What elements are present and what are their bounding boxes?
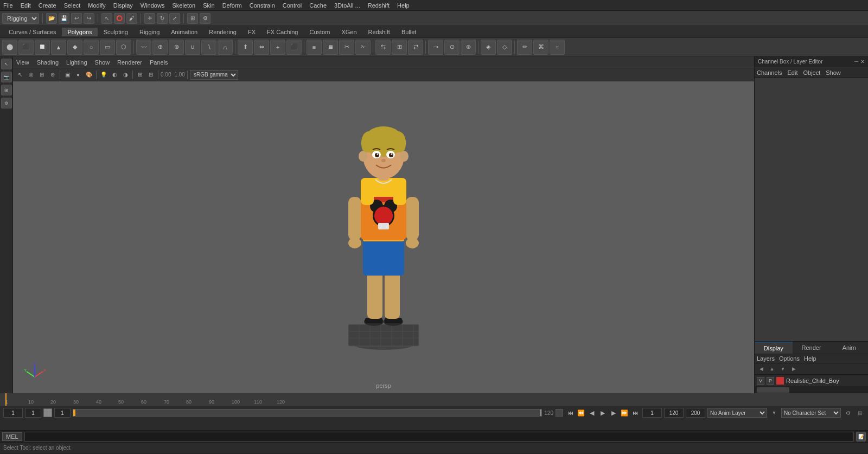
tab-redshift[interactable]: Redshift <box>363 28 395 36</box>
vt-select[interactable]: ↖ <box>15 70 25 80</box>
menu-modify[interactable]: Modify <box>88 2 105 9</box>
start-frame-input[interactable] <box>25 408 41 418</box>
redo-button[interactable]: ↪ <box>84 13 94 24</box>
menu-edit[interactable]: Edit <box>21 2 31 9</box>
tab-polygons[interactable]: Polygons <box>62 28 97 36</box>
cb-menu-edit[interactable]: Edit <box>787 69 797 76</box>
left-tb-camera[interactable]: 📷 <box>1 72 12 82</box>
menu-skin[interactable]: Skin <box>203 2 214 9</box>
char-set-btn2[interactable]: ⊞ <box>855 408 865 418</box>
vt-snap[interactable]: ⊞ <box>37 70 47 80</box>
layer-scrollbar-thumb[interactable] <box>757 387 789 393</box>
save-file-button[interactable]: 💾 <box>59 13 69 24</box>
menu-deform[interactable]: Deform <box>222 2 242 9</box>
menu-create[interactable]: Create <box>39 2 56 9</box>
shelf-offset-edgeloop[interactable]: ≣ <box>323 40 338 55</box>
open-file-button[interactable]: 📂 <box>46 13 57 24</box>
tab-rigging[interactable]: Rigging <box>134 28 165 36</box>
layer-color-swatch[interactable] <box>776 377 784 385</box>
shelf-symmetrize[interactable]: ⇄ <box>408 40 423 55</box>
play-button[interactable]: ▶ <box>598 408 608 418</box>
viewport-menu-panels[interactable]: Panels <box>150 59 168 66</box>
prev-frame-button[interactable]: ◀ <box>587 408 597 418</box>
layer-scrollbar[interactable] <box>755 387 868 393</box>
shelf-duplicate-special[interactable]: ⊞ <box>392 40 407 55</box>
menu-skeleton[interactable]: Skeleton <box>172 2 195 9</box>
menu-redshift[interactable]: Redshift <box>368 2 390 9</box>
snap-settings[interactable]: ⚙ <box>200 13 210 24</box>
menu-3dto-all[interactable]: 3DtoAll ... <box>334 2 360 9</box>
shelf-separate[interactable]: ⊗ <box>169 40 184 55</box>
layer-nav-next[interactable]: ▶ <box>789 365 798 373</box>
menu-display[interactable]: Display <box>113 2 133 9</box>
anim-layer-select[interactable]: No Anim Layer <box>707 408 767 418</box>
tab-curves-surfaces[interactable]: Curves / Surfaces <box>3 28 61 36</box>
viewport-menu-renderer[interactable]: Renderer <box>117 59 142 66</box>
shelf-mirror[interactable]: ⇆ <box>375 40 391 55</box>
rotate-tool[interactable]: ↻ <box>157 13 168 24</box>
shelf-weld[interactable]: ⊙ <box>444 40 459 55</box>
shelf-chamfer[interactable]: ◇ <box>497 40 512 55</box>
shelf-insert-edgeloop[interactable]: ≡ <box>307 40 322 55</box>
menu-cache[interactable]: Cache <box>309 2 327 9</box>
anim-layer-arrow[interactable]: ▼ <box>769 408 779 418</box>
menu-file[interactable]: File <box>3 2 13 9</box>
viewport-3d[interactable]: X Y Z <box>13 81 754 393</box>
cb-menu-show[interactable]: Show <box>826 69 841 76</box>
viewport-menu-lighting[interactable]: Lighting <box>66 59 87 66</box>
layer-nav-prev[interactable]: ◀ <box>757 365 765 373</box>
vt-shadows[interactable]: ◐ <box>110 70 119 80</box>
shelf-disc-icon[interactable]: ⬡ <box>116 40 131 55</box>
mode-selector[interactable]: Rigging <box>2 13 39 24</box>
snap-to-grid[interactable]: ⊞ <box>187 13 198 24</box>
next-frame-button[interactable]: ▶ <box>609 408 618 418</box>
lasso-tool[interactable]: ⭕ <box>114 13 125 24</box>
shelf-split-polygon[interactable]: ✂ <box>339 40 354 55</box>
script-editor-button[interactable]: 📝 <box>856 432 866 442</box>
undo-button[interactable]: ↩ <box>71 13 82 24</box>
vt-texture[interactable]: 🎨 <box>84 70 94 80</box>
tab-rendering[interactable]: Rendering <box>203 28 242 36</box>
viewport-menu-view[interactable]: View <box>16 59 29 66</box>
shelf-fill-hole[interactable]: ⬛ <box>286 40 302 55</box>
menu-windows[interactable]: Windows <box>141 2 165 9</box>
tab-display[interactable]: Display <box>755 342 793 354</box>
select-tool[interactable]: ↖ <box>101 13 112 24</box>
tab-sculpting[interactable]: Sculpting <box>98 28 133 36</box>
layer-nav-down[interactable]: ▼ <box>778 365 787 373</box>
menu-help[interactable]: Help <box>397 2 410 9</box>
timeline-ruler[interactable]: 1 10 20 30 40 50 60 70 80 90 100 110 120 <box>0 393 868 406</box>
shelf-diamond-icon[interactable]: ◆ <box>67 40 82 55</box>
left-tb-snap[interactable]: ⊞ <box>1 85 12 95</box>
playback-end-input[interactable] <box>664 408 684 418</box>
vt-camera[interactable]: ◎ <box>26 70 36 80</box>
tab-xgen[interactable]: XGen <box>336 28 362 36</box>
shelf-cone-icon[interactable]: ▲ <box>51 40 66 55</box>
shelf-relax[interactable]: ⌘ <box>533 40 548 55</box>
mel-button[interactable]: MEL <box>2 432 22 441</box>
step-forward-button[interactable]: ⏩ <box>620 408 629 418</box>
shelf-cylinder-icon[interactable]: 🔲 <box>35 40 50 55</box>
shelf-merge[interactable]: ⊜ <box>461 40 476 55</box>
playback-start-input[interactable] <box>642 408 662 418</box>
shelf-cube-icon[interactable]: ⬛ <box>18 40 34 55</box>
left-tb-select[interactable]: ↖ <box>1 59 12 69</box>
tab-fx-caching[interactable]: FX Caching <box>261 28 303 36</box>
tab-animation[interactable]: Animation <box>165 28 203 36</box>
layer-playback-toggle[interactable]: P <box>767 377 774 385</box>
total-end-input[interactable] <box>686 408 705 418</box>
char-set-btn1[interactable]: ⚙ <box>843 408 853 418</box>
vt-smooth-shade[interactable]: ● <box>73 70 83 80</box>
layer-visibility-toggle[interactable]: V <box>757 377 764 385</box>
shelf-multi-cut[interactable]: ✁ <box>355 40 371 55</box>
tab-anim[interactable]: Anim <box>830 342 868 354</box>
tab-custom[interactable]: Custom <box>304 28 336 36</box>
cb-menu-channels[interactable]: Channels <box>757 69 782 76</box>
shelf-combine[interactable]: ⊕ <box>152 40 168 55</box>
frame-num-input[interactable] <box>54 408 71 418</box>
menu-select[interactable]: Select <box>64 2 81 9</box>
viewport-menu-shading[interactable]: Shading <box>37 59 59 66</box>
shelf-bridge[interactable]: ⇔ <box>254 40 269 55</box>
vt-isolate[interactable]: ⊛ <box>48 70 58 80</box>
playhead[interactable] <box>5 393 7 406</box>
